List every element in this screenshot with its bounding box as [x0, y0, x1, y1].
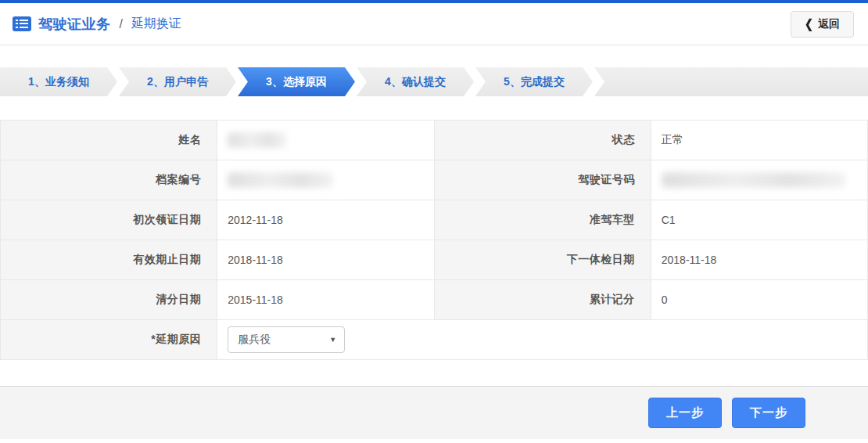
- table-row: 清分日期2015-11-18累计记分0: [1, 280, 868, 320]
- license-info-table: 姓名状态正常档案编号驾驶证号码初次领证日期2012-11-18准驾车型C1有效期…: [0, 120, 868, 360]
- field-value: C1: [651, 200, 867, 240]
- field-label: 累计记分: [434, 280, 651, 320]
- field-value: 正常: [651, 121, 867, 160]
- table-row: 姓名状态正常: [1, 121, 868, 160]
- field-label: 下一体检日期: [434, 240, 651, 280]
- page-header: 驾驶证业务 / 延期换证 ❮ 返回: [0, 3, 868, 45]
- field-value: 0: [651, 280, 867, 320]
- breadcrumb: 驾驶证业务 / 延期换证: [13, 15, 181, 34]
- breadcrumb-separator: /: [118, 17, 124, 31]
- step-tab-1[interactable]: 1、业务须知: [0, 67, 117, 96]
- redacted-value: [228, 132, 286, 148]
- step-tab-3[interactable]: 3、选择原因: [238, 67, 355, 96]
- field-label: 驾驶证号码: [434, 160, 651, 200]
- field-label: 档案编号: [1, 160, 217, 200]
- field-value: 2015-11-18: [217, 280, 434, 320]
- step-tab-4[interactable]: 4、确认提交: [357, 67, 474, 96]
- field-label: 状态: [434, 121, 651, 160]
- extension-reason-label: *延期原因: [1, 320, 217, 360]
- field-value: 2012-11-18: [217, 200, 434, 240]
- field-value: 2018-11-18: [217, 240, 434, 280]
- field-label: 清分日期: [1, 280, 217, 320]
- extension-reason-selected: 服兵役: [238, 333, 271, 347]
- dropdown-arrow-icon: ▼: [329, 336, 336, 344]
- next-step-button[interactable]: 下一步: [732, 398, 805, 428]
- table-row: 档案编号驾驶证号码: [1, 160, 868, 200]
- field-value: [217, 121, 434, 160]
- list-icon: [13, 16, 31, 31]
- back-chevron-icon: ❮: [805, 17, 813, 31]
- field-label: 有效期止日期: [1, 240, 217, 280]
- breadcrumb-root[interactable]: 驾驶证业务: [38, 15, 111, 34]
- field-value: [651, 160, 867, 200]
- step-progress-bar: 1、业务须知2、用户申告3、选择原因4、确认提交5、完成提交: [0, 67, 868, 96]
- breadcrumb-current: 延期换证: [131, 16, 181, 32]
- footer-action-bar: 上一步 下一步: [0, 386, 868, 439]
- table-row: 有效期止日期2018-11-18下一体检日期2018-11-18: [1, 240, 868, 280]
- extension-reason-select[interactable]: 服兵役▼: [228, 326, 345, 353]
- step-tab-2[interactable]: 2、用户申告: [119, 67, 236, 96]
- step-tab-5[interactable]: 5、完成提交: [475, 67, 593, 96]
- extension-reason-cell: 服兵役▼: [217, 320, 868, 360]
- redacted-value: [228, 172, 333, 188]
- back-button-label: 返回: [818, 17, 840, 31]
- redacted-value: [662, 172, 845, 188]
- field-label: 初次领证日期: [1, 200, 217, 240]
- field-label: 准驾车型: [434, 200, 651, 240]
- field-value: [217, 160, 434, 200]
- table-row: 初次领证日期2012-11-18准驾车型C1: [1, 200, 868, 240]
- previous-step-button[interactable]: 上一步: [648, 398, 722, 428]
- step-bar-filler: [594, 67, 868, 96]
- extension-reason-row: *延期原因服兵役▼: [1, 320, 868, 360]
- field-label: 姓名: [1, 121, 217, 160]
- back-button[interactable]: ❮ 返回: [791, 11, 854, 38]
- field-value: 2018-11-18: [651, 240, 867, 280]
